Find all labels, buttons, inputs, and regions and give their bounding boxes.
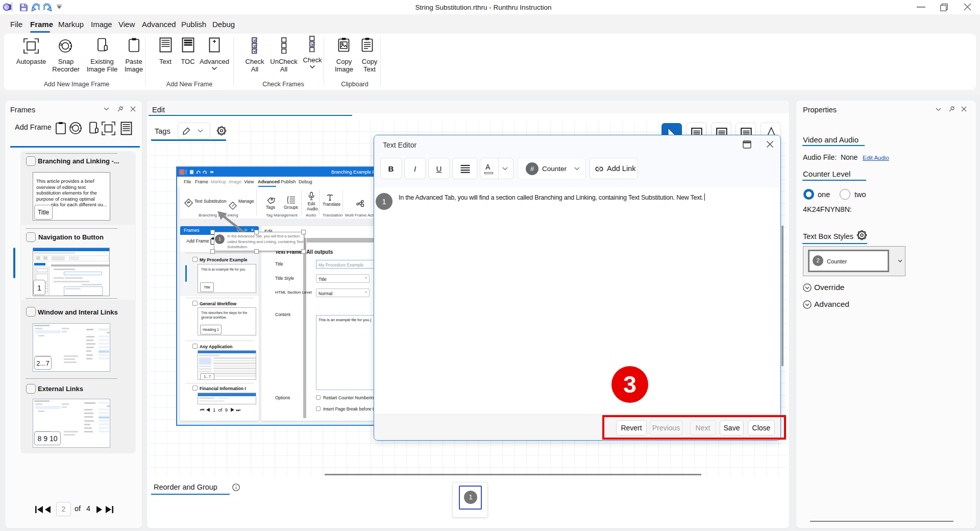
svg-text:R: R [5,5,8,10]
